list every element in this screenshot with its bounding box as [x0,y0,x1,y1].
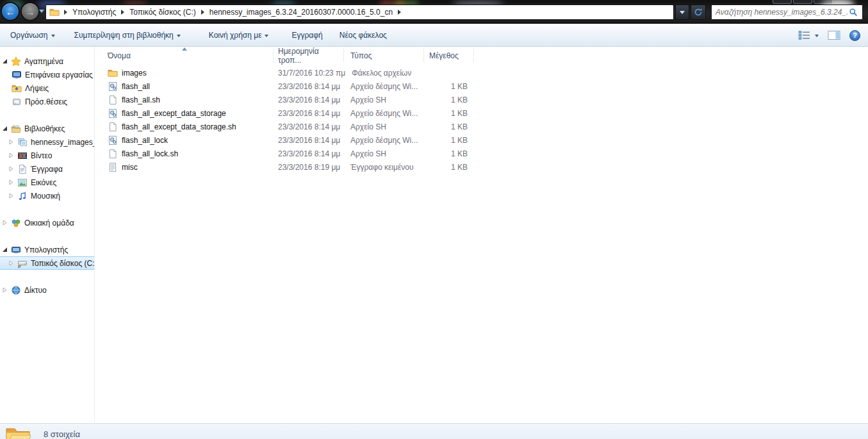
breadcrumb-separator-icon[interactable] [121,10,124,15]
desktop-icon [12,70,22,80]
close-button-ghost[interactable] [814,0,833,4]
preview-pane-button[interactable] [828,30,840,40]
navigation-bar: ← → Υπολογιστής Τοπικός δίσκος (C:) henn… [0,0,868,24]
sidebar-item-hennessy-library[interactable]: hennessy_images_6. [0,135,94,149]
breadcrumb-separator-icon [64,10,67,15]
file-name: flash_all_except_data_storage [122,109,226,118]
back-arrow-icon: ← [6,6,15,17]
column-header-size[interactable]: Μέγεθος [424,49,474,62]
current-folder-icon [49,7,60,17]
change-view-button[interactable] [798,30,819,40]
expander-collapsed-icon[interactable] [8,166,14,172]
back-button[interactable]: ← [1,2,20,21]
navigation-pane: Αγαπημένα Επιφάνεια εργασίας Λήψεις Πρόσ… [0,47,95,423]
star-icon [11,56,21,67]
maximize-button-ghost[interactable] [793,0,812,4]
table-row[interactable]: images 31/7/2016 10:23 πμ Φάκελος αρχείω… [95,66,868,79]
address-dropdown-button[interactable] [675,4,689,20]
breadcrumb-item-local-disk[interactable]: Τοπικός δίσκος (C:) [129,6,197,18]
breadcrumb-item-computer[interactable]: Υπολογιστής [72,6,117,18]
table-row[interactable]: flash_all_except_data_storage 23/3/2016 … [95,106,868,120]
sh-file-icon [108,149,118,159]
expander-collapsed-icon[interactable] [2,220,8,226]
burn-button[interactable]: Εγγραφή [286,28,327,43]
organize-button[interactable]: Οργάνωση [5,28,60,43]
expander-collapsed-icon[interactable] [8,179,14,185]
sidebar-item-documents[interactable]: Έγγραφα [0,162,94,176]
search-box[interactable] [711,4,863,20]
file-type: Αρχείο SH [344,122,424,131]
sidebar-section-network[interactable]: Δίκτυο [0,283,94,297]
sidebar-item-pictures[interactable]: Εικόνες [0,176,94,189]
sidebar-section-favorites[interactable]: Αγαπημένα [0,54,94,68]
expander-collapsed-icon[interactable] [8,260,14,266]
file-size: 1 KB [424,149,474,158]
expander-expanded-icon[interactable] [2,126,8,131]
expander-collapsed-icon[interactable] [8,153,14,158]
explorer-window: ← → Υπολογιστής Τοπικός δίσκος (C:) henn… [0,0,868,439]
music-icon [17,191,28,201]
recent-pages-dropdown-icon[interactable] [39,10,44,13]
folder-icon [108,68,118,78]
sidebar-item-music[interactable]: Μουσική [0,189,94,203]
sidebar-item-label: hennessy_images_6. [31,138,95,147]
breadcrumb-separator-icon[interactable] [201,10,204,15]
file-type: Αρχείο δέσμης Wi... [344,82,424,91]
column-header-type[interactable]: Τύπος [344,49,424,62]
sidebar-item-local-disk-c-selected[interactable]: Τοπικός δίσκος (C:) [0,256,94,270]
file-type: Έγγραφο κειμένου [344,163,424,172]
sidebar-item-label: Μουσική [31,192,60,201]
file-size: 1 KB [424,163,474,172]
file-rows: images 31/7/2016 10:23 πμ Φάκελος αρχείω… [95,66,868,174]
burn-label: Εγγραφή [291,31,322,40]
sidebar-item-downloads[interactable]: Λήψεις [0,81,94,95]
table-row[interactable]: flash_all_lock 23/3/2016 8:14 μμ Αρχείο … [95,133,868,147]
address-bar[interactable]: Υπολογιστής Τοπικός δίσκος (C:) hennessy… [45,4,674,20]
breadcrumb-item-current-folder[interactable]: hennessy_images_6.3.24_20160307.0000.16_… [209,6,393,18]
file-name: flash_all.sh [122,95,160,104]
help-button[interactable]: ? [849,30,860,41]
sh-file-icon [108,95,118,105]
sidebar-section-computer[interactable]: Υπολογιστής [0,243,94,256]
new-folder-button[interactable]: Νέος φάκελος [334,28,392,43]
expander-expanded-icon[interactable] [2,58,8,64]
sidebar-item-recent-places[interactable]: Πρόσ.θέσεις [0,95,94,108]
forward-button[interactable]: → [20,2,40,21]
sidebar-item-desktop[interactable]: Επιφάνεια εργασίας [0,68,94,81]
file-name: flash_all [122,82,150,91]
sidebar-item-videos[interactable]: Βίντεο [0,149,94,162]
search-icon[interactable] [848,7,858,17]
breadcrumb-separator-icon[interactable] [398,10,401,15]
chevron-down-icon [815,35,819,37]
table-row[interactable]: flash_all.sh 23/3/2016 8:14 μμ Αρχείο SH… [95,93,868,106]
table-row[interactable]: misc 23/3/2016 8:19 μμ Έγγραφο κειμένου … [95,160,868,174]
table-row[interactable]: flash_all 23/3/2016 8:14 μμ Αρχείο δέσμη… [95,79,868,93]
expander-collapsed-icon[interactable] [2,287,8,293]
minimize-button-ghost[interactable] [773,0,792,4]
include-in-library-button[interactable]: Συμπερίληψη στη βιβλιοθήκη [69,28,186,43]
sidebar-section-libraries[interactable]: Βιβλιοθήκες [0,122,94,135]
expander-collapsed-icon[interactable] [8,139,14,145]
search-input[interactable] [716,8,848,17]
include-in-library-label: Συμπερίληψη στη βιβλιοθήκη [74,31,174,40]
column-header-date-modified[interactable]: Ημερομηνία τροπ... [274,49,344,62]
recent-places-icon [12,97,22,107]
file-size: 1 KB [424,109,474,118]
share-with-button[interactable]: Κοινή χρήση με [204,28,274,43]
column-header-label: Μέγεθος [429,51,459,60]
sidebar-section-homegroup[interactable]: Οικιακή ομάδα [0,216,94,229]
column-header-label: Τύπος [350,51,372,60]
expander-expanded-icon[interactable] [2,247,8,253]
expander-collapsed-icon[interactable] [8,193,14,199]
sidebar-item-label: Επιφάνεια εργασίας [25,70,93,79]
file-date: 23/3/2016 8:14 μμ [274,82,344,91]
file-date: 23/3/2016 8:14 μμ [274,136,344,145]
file-size: 1 KB [424,136,474,145]
videos-icon [17,151,28,161]
table-row[interactable]: flash_all_except_data_storage.sh 23/3/20… [95,120,868,133]
column-header-name[interactable]: Όνομα [95,49,274,62]
computer-icon [11,245,21,255]
refresh-button[interactable] [691,4,706,20]
file-name: misc [122,163,138,172]
table-row[interactable]: flash_all_lock.sh 23/3/2016 8:14 μμ Αρχε… [95,147,868,160]
